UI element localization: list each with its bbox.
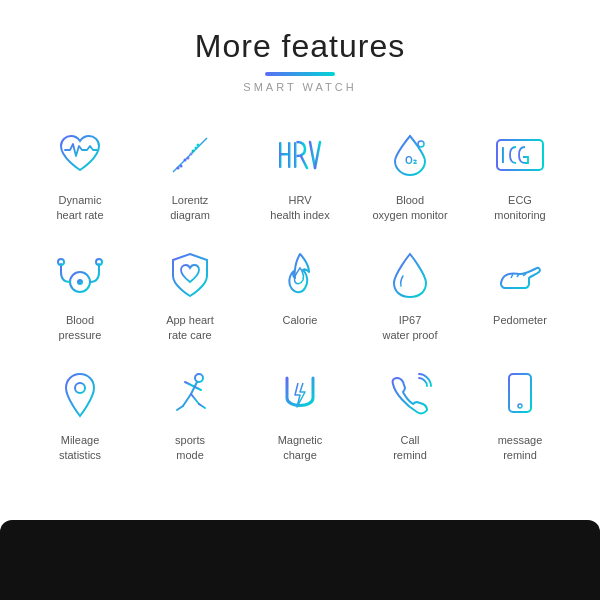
feature-ip67: IP67water proof <box>355 235 465 355</box>
svg-line-40 <box>183 394 191 406</box>
svg-point-35 <box>75 383 85 393</box>
call-remind-icon <box>380 365 440 425</box>
ecg-icon <box>490 125 550 185</box>
svg-line-17 <box>310 142 315 168</box>
feature-label: App heartrate care <box>166 313 214 344</box>
svg-rect-14 <box>288 142 291 168</box>
feature-label: IP67water proof <box>382 313 437 344</box>
feature-blood-pressure: Bloodpressure <box>25 235 135 355</box>
svg-point-7 <box>190 153 193 156</box>
svg-line-39 <box>185 382 193 386</box>
feature-sports-mode: sportsmode <box>135 355 245 475</box>
svg-point-36 <box>195 374 203 382</box>
feature-label: Bloodpressure <box>59 313 102 344</box>
feature-label: messageremind <box>498 433 543 464</box>
mileage-icon <box>50 365 110 425</box>
ip67-icon <box>380 245 440 305</box>
svg-line-43 <box>199 404 205 408</box>
svg-point-27 <box>58 259 64 265</box>
feature-call-remind: Callremind <box>355 355 465 475</box>
svg-point-6 <box>187 157 190 160</box>
page-wrapper: More features SMART WATCH <box>0 0 600 600</box>
bottom-bar <box>0 520 600 600</box>
svg-point-11 <box>177 167 180 170</box>
dynamic-heart-rate-icon <box>50 125 110 185</box>
svg-point-4 <box>180 165 183 168</box>
feature-mileage: Mileagestatistics <box>25 355 135 475</box>
feature-lorentz: Lorentzdiagram <box>135 115 245 235</box>
blood-oxygen-icon: O₂ <box>380 125 440 185</box>
svg-rect-46 <box>509 374 531 412</box>
svg-line-18 <box>315 142 320 168</box>
feature-calorie: Calorie <box>245 235 355 355</box>
hrv-icon <box>270 125 330 185</box>
feature-magnetic-charge: Magneticcharge <box>245 355 355 475</box>
feature-message-remind: messageremind <box>465 355 575 475</box>
message-remind-icon <box>490 365 550 425</box>
svg-line-16 <box>301 156 307 168</box>
feature-hrv: HRVhealth index <box>245 115 355 235</box>
calorie-icon <box>270 245 330 305</box>
svg-point-10 <box>197 144 200 147</box>
subtitle: SMART WATCH <box>195 81 405 93</box>
svg-line-42 <box>177 406 183 410</box>
divider <box>195 71 405 77</box>
svg-point-8 <box>192 150 195 153</box>
feature-label: sportsmode <box>175 433 205 464</box>
feature-label: Pedometer <box>493 313 547 328</box>
pedometer-icon <box>490 245 550 305</box>
svg-text:O₂: O₂ <box>405 155 417 166</box>
svg-point-20 <box>418 141 424 147</box>
feature-label: Magneticcharge <box>278 433 323 464</box>
svg-point-28 <box>96 259 102 265</box>
feature-ecg: ECGmonitoring <box>465 115 575 235</box>
feature-label: Callremind <box>393 433 427 464</box>
feature-label: HRVhealth index <box>270 193 329 224</box>
features-grid: Dynamicheart rate <box>25 115 575 475</box>
feature-pedometer: Pedometer <box>465 235 575 355</box>
feature-label: Calorie <box>283 313 318 328</box>
feature-dynamic-heart-rate: Dynamicheart rate <box>25 115 135 235</box>
svg-point-9 <box>195 147 198 150</box>
feature-label: Bloodoxygen monitor <box>372 193 447 224</box>
feature-label: Mileagestatistics <box>59 433 101 464</box>
app-heart-care-icon <box>160 245 220 305</box>
feature-label: Dynamicheart rate <box>56 193 103 224</box>
svg-point-50 <box>518 404 522 408</box>
sports-mode-icon <box>160 365 220 425</box>
magnetic-charge-icon <box>270 365 330 425</box>
feature-label: Lorentzdiagram <box>170 193 210 224</box>
svg-line-41 <box>191 394 199 404</box>
svg-point-29 <box>77 279 83 285</box>
svg-rect-0 <box>265 72 335 76</box>
svg-point-5 <box>184 159 187 162</box>
header: More features SMART WATCH <box>195 28 405 103</box>
blood-pressure-icon <box>50 245 110 305</box>
lorentz-icon <box>160 125 220 185</box>
feature-app-heart-care: App heartrate care <box>135 235 245 355</box>
feature-label: ECGmonitoring <box>494 193 545 224</box>
feature-blood-oxygen: O₂ Bloodoxygen monitor <box>355 115 465 235</box>
svg-rect-15 <box>294 142 297 168</box>
main-title: More features <box>195 28 405 65</box>
